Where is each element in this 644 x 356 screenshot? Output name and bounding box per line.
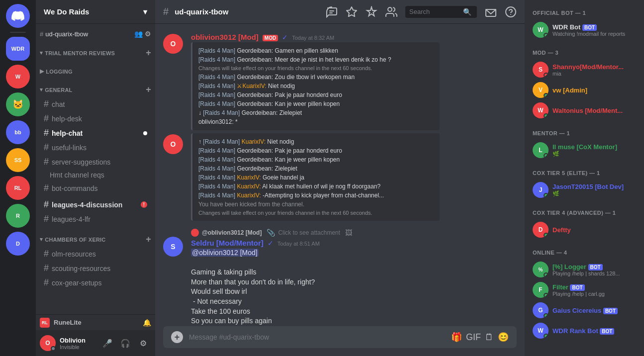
avatar-3[interactable]: S [163, 237, 183, 257]
add-cox-channel-button[interactable]: + [146, 234, 151, 245]
channel-label-chat: chat [52, 100, 65, 108]
member-item-vw[interactable]: V vw [Admin] [529, 80, 640, 100]
verified-badge: ✓ [282, 33, 288, 41]
channel-item-help-chat[interactable]: # help-chat [40, 126, 151, 140]
help-icon[interactable] [505, 6, 517, 18]
click-to-see-attachment[interactable]: Click to see attachment [278, 229, 340, 236]
server-icon-8[interactable]: D [6, 232, 30, 256]
server-header[interactable]: We Do Raids ▾ [36, 0, 155, 24]
member-info-waltonius: Waltonius [Mod/Ment... [552, 107, 636, 114]
inbox-icon[interactable] [485, 6, 497, 18]
threads-icon[interactable] [326, 6, 338, 18]
member-item-gaius[interactable]: G Gaius Cicereius BOT [529, 300, 640, 320]
embed2-line: [Raids 4 Man] KuarixIV: Al klaak met hui… [198, 182, 434, 191]
chat-input[interactable] [189, 327, 445, 347]
message-timestamp-seldru: Today at 8:51 AM [277, 241, 320, 247]
message-content-3: @oblivion3012 [Mod] 📎 Click to see attac… [191, 228, 517, 326]
channel-item-server-suggestions[interactable]: # server-suggestions [40, 155, 151, 169]
avatar-letter-3: S [171, 243, 175, 251]
channel-item-leagues4-lfr[interactable]: # leagues-4-lfr [40, 212, 151, 226]
sticker-icon[interactable]: 🗒 [485, 332, 494, 343]
members-toggle-icon[interactable] [385, 6, 397, 18]
settings-button[interactable]: ⚙ [135, 335, 151, 351]
member-item-logger[interactable]: % [%] Logger BOT Playing /help | shards … [529, 260, 640, 279]
avatar-2[interactable]: O [163, 134, 183, 154]
reply-bar[interactable]: @oblivion3012 [Mod] 📎 Click to see attac… [191, 228, 517, 239]
server-list: WDR W 🐱 bb SS RL R D [0, 0, 36, 356]
message-author[interactable]: oblivion3012 [Mod] [191, 33, 259, 41]
channel-item-bot-commands[interactable]: # bot-commands [40, 181, 151, 195]
section-title-official-bot: OFFICIAL BOT — 1 [529, 8, 640, 18]
add-channel-button[interactable]: + [146, 48, 151, 58]
channel-item-leagues4-discussion[interactable]: # leagues-4-discussion ! [40, 197, 151, 212]
channel-label-scouting: scouting-resources [52, 265, 110, 272]
gif-icon[interactable]: GIF [466, 332, 481, 343]
embed2-line: ↑ [Raids 4 Man] KuarixIV: Niet nodig [198, 137, 434, 146]
avatar-letter-filter: F [539, 286, 542, 293]
embed-line: [Raids 4 Man] Geordeibean: Kan je weer p… [198, 99, 434, 108]
member-item-wdrrank[interactable]: W WDR Rank Bot BOT [529, 321, 640, 341]
channel-item-cox-gear[interactable]: # cox-gear-setups [40, 275, 151, 290]
channel-item[interactable]: # ud-quarix-tbow 👥 ⚙ [36, 28, 155, 40]
channel-label-helpdesk: help-desk [52, 115, 82, 123]
channel-label-helpchat: help-chat [52, 129, 83, 137]
message-author-seldru[interactable]: Seldru [Mod/Mentor] [191, 239, 264, 247]
mention[interactable]: @oblivion3012 [Mod] [191, 249, 259, 257]
chevron-icon-general: ▾ [40, 87, 43, 93]
pin-icon[interactable] [366, 6, 377, 18]
channel-item-scouting[interactable]: # scouting-resources [40, 261, 151, 275]
hash-icon-5: # [44, 157, 49, 167]
avatar[interactable]: O [163, 34, 183, 54]
category-general[interactable]: ▾ GENERAL + [36, 77, 155, 97]
add-general-channel-button[interactable]: + [146, 85, 151, 95]
channel-item-hmt[interactable]: Hmt channel reqs [40, 169, 151, 181]
server-icon-3[interactable]: 🐱 [6, 92, 30, 116]
member-item-llmuse[interactable]: L ll muse [CoX Mentor] 🌿 [529, 140, 640, 160]
search-bar[interactable]: 🔍 [405, 6, 477, 18]
settings-icon[interactable]: ⚙ [145, 30, 151, 38]
runelite-alert-icon: 🔔 [143, 319, 151, 327]
channel-item-useful-links[interactable]: # useful-links [40, 140, 151, 155]
deafen-button[interactable]: 🎧 [117, 335, 133, 351]
embed-system-line: Changes will take effect on your friends… [198, 64, 434, 73]
embed-line: [Raids 4 Man] Geordeibean: Meer doe je n… [198, 55, 434, 64]
category-trial-mentor-reviews[interactable]: ▾ TRIAL MENTOR REVIEWS + [36, 40, 155, 60]
channel-item-help-desk[interactable]: # help-desk [40, 111, 151, 126]
mute-button[interactable]: 🎤 [99, 335, 115, 351]
member-avatar-logger: % [533, 262, 549, 277]
channel-item-chat[interactable]: # chat [40, 97, 151, 111]
category-cox[interactable]: ▾ CHAMBERS OF XERIC + [36, 226, 155, 247]
search-input[interactable] [409, 8, 459, 15]
status-online-deftty [544, 233, 549, 238]
member-info-wdrrank: WDR Rank Bot BOT [552, 327, 636, 335]
emoji-icon[interactable]: 😊 [498, 332, 509, 343]
member-name-gaius: Gaius Cicereius BOT [552, 307, 636, 314]
gift-icon[interactable]: 🎁 [451, 332, 462, 343]
member-sub-shannyo: mia [552, 71, 636, 77]
server-icon-6[interactable]: RL [6, 176, 30, 200]
member-item-wdrbot[interactable]: W WDR Bot BOT Watching !modmail for repo… [529, 20, 640, 40]
add-attachment-button[interactable]: + [171, 331, 183, 343]
bookmark-icon[interactable] [346, 6, 358, 18]
embed2-system: Changes will take effect on your friends… [198, 209, 434, 217]
attachment-icon: 📎 [267, 229, 275, 237]
embed2-line: [Raids 4 Man] KuarixIV: Goeie handel ja [198, 173, 434, 182]
members-icon[interactable]: 👥 [134, 30, 143, 38]
server-icon-4[interactable]: bb [6, 120, 30, 144]
member-item-deftty[interactable]: D Deftty [529, 220, 640, 240]
category-logging[interactable]: ▶ LOGGING [36, 60, 155, 77]
status-online-jasont [544, 193, 549, 198]
channel-item-olm[interactable]: # olm-resources [40, 247, 151, 261]
member-item-jasont[interactable]: J JasonT20015 [Bot Dev] 🌿 [529, 180, 640, 200]
server-icon-7[interactable]: R [6, 204, 30, 228]
member-item-waltonius[interactable]: W Waltonius [Mod/Ment... [529, 100, 640, 120]
server-icon-5[interactable]: SS [6, 148, 30, 172]
server-icon-2[interactable]: W [6, 65, 30, 89]
server-icon-wdr[interactable]: WDR [6, 37, 30, 61]
category-label-cox: CHAMBERS OF XERIC [45, 237, 105, 243]
member-name-jasont: JasonT20015 [Bot Dev] [552, 183, 636, 190]
member-item-shannyo[interactable]: S Shannyo[Mod/Mentor... mia [529, 60, 640, 80]
member-item-filter[interactable]: F Filter BOT Playing /help | carl.gg [529, 280, 640, 300]
channel-label-cox-gear: cox-gear-setups [52, 279, 101, 287]
server-icon-discord[interactable] [6, 4, 30, 28]
